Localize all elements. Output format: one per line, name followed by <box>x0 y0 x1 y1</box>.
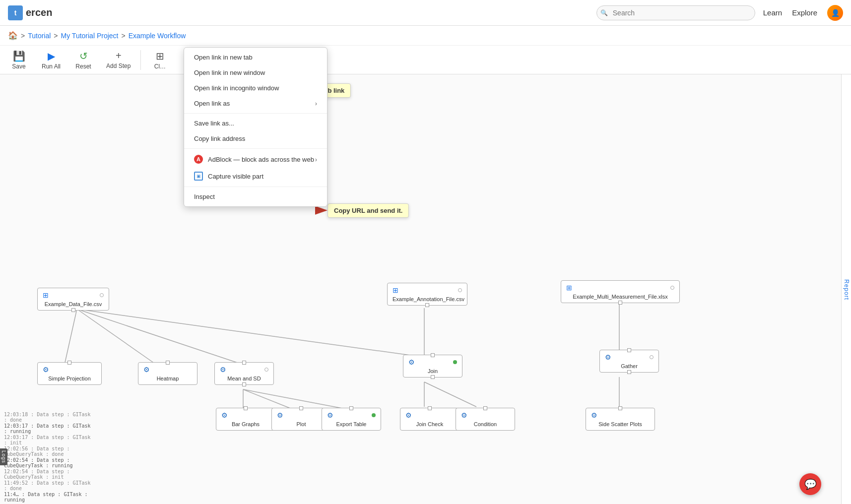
menu-open-as[interactable]: Open link as › <box>184 96 327 111</box>
multi-measurement-label: Example_Multi_Measurement_File.xlsx <box>566 294 674 300</box>
export-table-label: Export Table <box>327 421 376 427</box>
annotation-file-label: Example_Annotation_File.csv <box>393 296 462 302</box>
annotation-file-dot <box>458 288 462 292</box>
node-heatmap[interactable]: ⚙ Heatmap <box>138 362 197 385</box>
multi-measurement-dot <box>670 286 674 290</box>
mean-sd-port-bottom <box>242 382 246 386</box>
gather-port-bottom <box>627 370 631 374</box>
data-file-label: Example_Data_File.csv <box>43 301 104 307</box>
node-annotation-file[interactable]: ⊞ Example_Annotation_File.csv <box>387 283 467 306</box>
menu-open-new-tab[interactable]: Open link in new tab <box>184 50 327 65</box>
annotation-file-port-bottom <box>425 303 429 307</box>
menu-save-link-as[interactable]: Save link as... <box>184 116 327 131</box>
menu-open-incognito[interactable]: Open link in incognito window <box>184 80 327 96</box>
save-button[interactable]: 💾 Save <box>4 48 34 72</box>
log-entry-8: 11:4… : Data step : GITask : running <box>4 492 95 503</box>
side-panel[interactable]: Report <box>841 74 851 504</box>
clone-button[interactable]: ⊞ Cl… <box>145 48 175 72</box>
node-data-file[interactable]: ⊞ Example_Data_File.csv <box>37 288 109 311</box>
heatmap-icon: ⚙ <box>143 366 150 374</box>
adblock-arrow: › <box>315 156 317 163</box>
breadcrumb-home[interactable]: 🏠 <box>8 31 18 40</box>
node-simple-projection[interactable]: ⚙ Simple Projection <box>37 362 102 385</box>
toolbar: 💾 Save ▶ Run All ↺ Reset + Add Step ⊞ Cl… <box>0 46 851 74</box>
bar-graphs-port-top <box>244 406 248 410</box>
logs-tab[interactable]: Logs <box>0 448 7 465</box>
side-scatter-plots-icon: ⚙ <box>591 411 597 419</box>
run-icon: ▶ <box>48 50 55 62</box>
breadcrumb-sep-2: > <box>54 32 58 40</box>
breadcrumb: 🏠 > Tutorial > My Tutorial Project > Exa… <box>0 26 851 46</box>
breadcrumb-workflow[interactable]: Example Workflow <box>129 32 186 40</box>
clone-label: Cl… <box>154 63 166 70</box>
node-join-check[interactable]: ⚙ Join Check <box>400 408 459 431</box>
reset-label: Reset <box>75 63 91 70</box>
join-port-bottom <box>431 375 435 379</box>
mean-sd-port-top <box>242 361 246 365</box>
join-port-top <box>431 353 435 357</box>
context-menu: Open link in new tab Open link in new wi… <box>184 47 327 207</box>
add-step-button[interactable]: + Add Step <box>100 48 136 71</box>
export-table-port-top <box>349 406 353 410</box>
reset-icon: ↺ <box>79 50 88 62</box>
mean-sd-icon: ⚙ <box>220 366 226 374</box>
nav-learn[interactable]: Learn <box>763 8 782 17</box>
multi-measurement-port-bottom <box>618 301 622 305</box>
add-icon: + <box>116 50 122 62</box>
search-input[interactable] <box>596 5 755 20</box>
simple-projection-icon: ⚙ <box>43 366 49 374</box>
data-file-dot <box>100 293 104 297</box>
run-label: Run All <box>42 63 61 70</box>
nav-explore[interactable]: Explore <box>792 8 817 17</box>
node-mean-sd[interactable]: ⚙ Mean and SD <box>214 362 274 385</box>
menu-sep-1 <box>184 113 327 114</box>
menu-sep-3 <box>184 187 327 187</box>
log-entry-7: 11:49:52 : Data step : GITask : done <box>4 480 95 491</box>
menu-open-new-window[interactable]: Open link in new window <box>184 65 327 80</box>
node-join[interactable]: ⚙ Join <box>403 355 462 378</box>
breadcrumb-tutorial[interactable]: Tutorial <box>28 32 51 40</box>
mean-sd-dot <box>264 368 268 372</box>
node-gather[interactable]: ⚙ Gather <box>599 350 659 373</box>
toolbar-divider <box>140 50 141 70</box>
avatar[interactable]: 👤 <box>827 5 843 21</box>
join-label: Join <box>408 368 457 374</box>
node-condition[interactable]: ⚙ Condition <box>456 408 515 431</box>
menu-capture[interactable]: ▣ Capture visible part <box>184 168 327 185</box>
run-all-button[interactable]: ▶ Run All <box>36 48 66 72</box>
gather-icon: ⚙ <box>605 353 611 361</box>
join-icon: ⚙ <box>408 358 415 366</box>
log-entry-3: 12:03:17 : Data step : GITask : init <box>4 435 95 445</box>
reset-button[interactable]: ↺ Reset <box>68 48 98 72</box>
side-scatter-plots-port-top <box>618 406 622 410</box>
menu-inspect[interactable]: Inspect <box>184 189 327 204</box>
chat-button[interactable]: 💬 <box>799 473 821 495</box>
node-bar-graphs[interactable]: ⚙ Bar Graphs <box>216 408 275 431</box>
join-check-label: Join Check <box>405 421 454 427</box>
main-area: ⊞ Example_Data_File.csv ⊞ Example_Annota… <box>0 74 851 504</box>
node-export-table[interactable]: ⚙ Export Table <box>322 408 381 431</box>
heatmap-port-top <box>166 361 170 365</box>
simple-projection-port-top <box>67 361 71 365</box>
node-multi-measurement[interactable]: ⊞ Example_Multi_Measurement_File.xlsx <box>561 280 680 303</box>
header: t ercen Learn Explore 👤 <box>0 0 851 26</box>
gather-port-top <box>627 348 631 352</box>
heatmap-label: Heatmap <box>143 376 192 381</box>
workflow-canvas[interactable]: ⊞ Example_Data_File.csv ⊞ Example_Annota… <box>0 74 841 504</box>
node-side-scatter-plots[interactable]: ⚙ Side Scatter Plots <box>586 408 655 431</box>
tooltip-copy-url: Copy URL and send it. <box>327 203 409 218</box>
logo-text: ercen <box>26 7 52 18</box>
menu-copy-link-address[interactable]: Copy link address <box>184 131 327 146</box>
plot-label: Plot <box>277 421 326 427</box>
mean-sd-label: Mean and SD <box>220 376 268 381</box>
plot-port-top <box>299 406 303 410</box>
log-entry-6: 12:02:54 : Data step : CubeQueryTask : i… <box>4 469 95 480</box>
menu-adblock[interactable]: A AdBlock — block ads across the web › <box>184 151 327 168</box>
svg-line-9 <box>243 389 293 409</box>
open-as-arrow: › <box>315 100 317 107</box>
svg-line-7 <box>424 382 476 407</box>
logo[interactable]: t ercen <box>8 5 52 20</box>
breadcrumb-project[interactable]: My Tutorial Project <box>61 32 119 40</box>
simple-projection-label: Simple Projection <box>43 376 96 381</box>
gather-label: Gather <box>605 363 654 369</box>
